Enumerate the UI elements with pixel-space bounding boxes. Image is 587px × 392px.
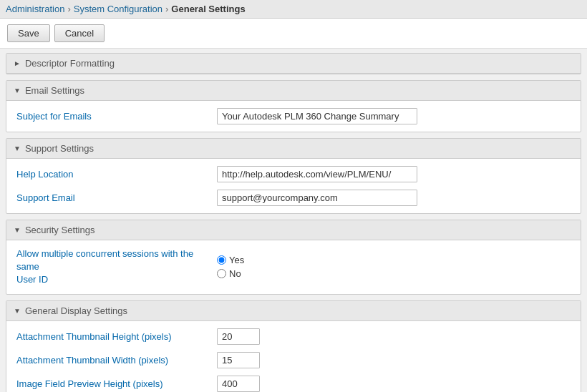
thumb-width-input-wrapper [217, 352, 260, 368]
concurrent-sessions-radio-group: Yes No [217, 255, 244, 279]
support-section-header[interactable]: ▼ Support Settings [6, 139, 581, 159]
support-email-row: Support Email [16, 190, 571, 206]
security-section-title: Security Settings [25, 225, 95, 235]
security-section-body: Allow multiple concurrent sessions with … [6, 240, 581, 294]
email-subject-input[interactable] [217, 108, 417, 124]
img-height-input[interactable] [217, 376, 260, 392]
display-section: ▼ General Display Settings Attachment Th… [6, 300, 581, 392]
display-section-title: General Display Settings [25, 305, 127, 316]
display-collapse-icon: ▼ [14, 307, 21, 315]
help-location-row: Help Location [16, 166, 571, 182]
main-content: ► Descriptor Formatting ▼ Email Settings… [0, 49, 587, 392]
no-radio-row: No [217, 268, 244, 279]
breadcrumb-admin[interactable]: Administration [6, 4, 64, 14]
concurrent-sessions-row: Allow multiple concurrent sessions with … [16, 248, 571, 287]
security-section-header[interactable]: ▼ Security Settings [6, 220, 581, 240]
security-section: ▼ Security Settings Allow multiple concu… [6, 220, 581, 295]
help-location-input[interactable] [217, 166, 417, 182]
display-section-body: Attachment Thumbnail Height (pixels) Att… [6, 321, 581, 392]
help-location-label: Help Location [16, 169, 217, 180]
breadcrumb: Administration › System Configuration › … [0, 0, 587, 19]
descriptor-collapse-icon: ► [14, 59, 21, 67]
help-location-input-wrapper [217, 166, 417, 182]
email-subject-row: Subject for Emails [16, 108, 571, 124]
email-section-header[interactable]: ▼ Email Settings [6, 81, 581, 101]
concurrent-sessions-options: Yes No [217, 255, 244, 279]
yes-radio[interactable] [217, 255, 226, 265]
descriptor-section-title: Descriptor Formatting [25, 58, 115, 69]
email-subject-label: Subject for Emails [16, 111, 217, 122]
img-height-row: Image Field Preview Height (pixels) [16, 376, 571, 392]
support-section: ▼ Support Settings Help Location Support… [6, 138, 581, 214]
thumb-height-row: Attachment Thumbnail Height (pixels) [16, 328, 571, 345]
email-section-body: Subject for Emails [6, 101, 581, 132]
email-subject-input-wrapper [217, 108, 417, 124]
thumb-width-row: Attachment Thumbnail Width (pixels) [16, 352, 571, 368]
descriptor-section-header[interactable]: ► Descriptor Formatting [6, 54, 581, 74]
img-height-label: Image Field Preview Height (pixels) [16, 378, 217, 389]
display-section-header[interactable]: ▼ General Display Settings [6, 301, 581, 321]
email-section-title: Email Settings [25, 85, 84, 96]
toolbar: Save Cancel [0, 19, 587, 49]
thumb-height-label: Attachment Thumbnail Height (pixels) [16, 331, 217, 342]
support-email-input-wrapper [217, 190, 417, 206]
descriptor-section: ► Descriptor Formatting [6, 53, 581, 74]
security-collapse-icon: ▼ [14, 226, 21, 234]
cancel-button[interactable]: Cancel [54, 24, 105, 42]
yes-radio-label: Yes [229, 255, 244, 265]
support-email-input[interactable] [217, 190, 417, 206]
thumb-height-input[interactable] [217, 328, 260, 345]
thumb-width-label: Attachment Thumbnail Width (pixels) [16, 355, 217, 366]
support-collapse-icon: ▼ [14, 144, 21, 152]
thumb-height-input-wrapper [217, 328, 260, 345]
concurrent-sessions-label: Allow multiple concurrent sessions with … [16, 248, 217, 287]
email-collapse-icon: ▼ [14, 87, 21, 94]
breadcrumb-current: General Settings [171, 4, 245, 14]
breadcrumb-sysconfig[interactable]: System Configuration [74, 4, 162, 14]
yes-radio-row: Yes [217, 255, 244, 265]
support-section-body: Help Location Support Email [6, 159, 581, 213]
email-section: ▼ Email Settings Subject for Emails [6, 80, 581, 132]
no-radio[interactable] [217, 269, 226, 278]
thumb-width-input[interactable] [217, 352, 260, 368]
support-email-label: Support Email [16, 192, 217, 203]
no-radio-label: No [229, 268, 241, 279]
save-button[interactable]: Save [7, 24, 50, 42]
support-section-title: Support Settings [25, 143, 94, 154]
img-height-input-wrapper [217, 376, 260, 392]
